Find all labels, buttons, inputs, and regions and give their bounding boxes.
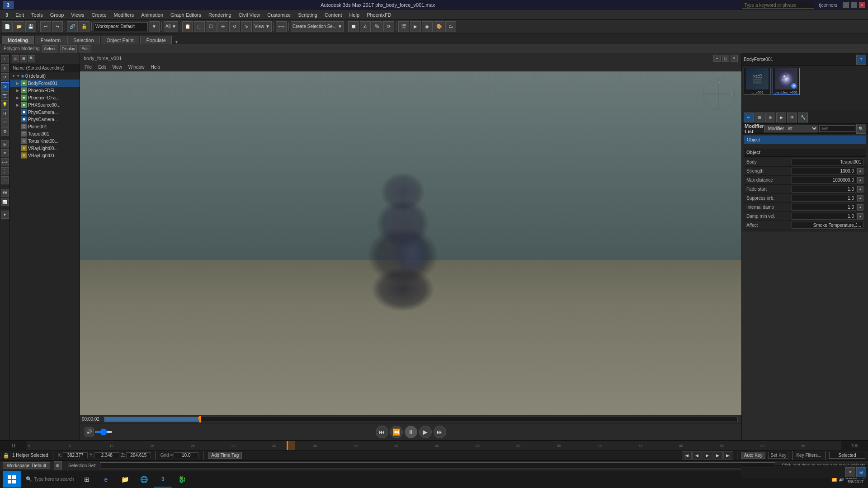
taskbar-folder[interactable]: 📁	[116, 471, 134, 488]
prop-spin-up5[interactable]: ▲	[857, 204, 863, 211]
render-explorer-btn[interactable]: 🗂	[445, 21, 456, 32]
expand-btn[interactable]: ▼	[1, 211, 9, 219]
play-ctrl-end[interactable]: ▶|	[723, 451, 733, 460]
move-tool[interactable]: ✛	[1, 64, 9, 72]
play-ctrl-play[interactable]: ▶	[703, 451, 712, 460]
redo-btn[interactable]: ↪	[52, 21, 63, 32]
volume-btn[interactable]: 🔊	[85, 427, 94, 436]
tree-item-phoenixfa[interactable]: ▶ ● PhoenixFDFa...	[10, 94, 80, 101]
close-button[interactable]: ×	[859, 2, 865, 8]
select-scale-btn[interactable]: ⇲	[241, 21, 252, 32]
maximize-button[interactable]: □	[851, 2, 857, 8]
add-time-tag-btn[interactable]: Add Time Tag	[208, 452, 242, 459]
sub-mode-btn1[interactable]: Select	[42, 45, 57, 52]
taskbar-edge[interactable]: e	[97, 471, 115, 488]
create-sel-set-btn[interactable]: Create Selection Se... ▼	[291, 21, 344, 32]
schematic-view-btn[interactable]: 🗺	[1, 189, 9, 197]
menu-item-civil-view[interactable]: Civil View	[235, 11, 264, 19]
prop-value-dampminvel[interactable]: 1.0	[792, 213, 856, 220]
volume-slider[interactable]	[94, 431, 113, 433]
workspace-btn[interactable]: Workspace: Default	[3, 462, 50, 469]
prop-value-body[interactable]: Teapot001	[792, 159, 863, 165]
playback-end-btn[interactable]: ⏭	[434, 426, 446, 438]
vp-maximize-btn[interactable]: □	[722, 55, 729, 62]
tree-item-physcam2[interactable]: ■ PhysCamera...	[10, 116, 80, 123]
prop-value-internaldamp[interactable]: 1.0	[792, 204, 856, 211]
menu-item-views[interactable]: Views	[67, 11, 88, 19]
unlink-btn[interactable]: 🔓	[79, 21, 90, 32]
material-thumb-1[interactable]: 🎬 ..._v001	[744, 68, 771, 95]
search-box[interactable]	[742, 2, 814, 9]
tab-freeform[interactable]: Freeform	[35, 36, 67, 44]
mirror-tool[interactable]: ⟺	[1, 158, 9, 166]
menu-item-scripting[interactable]: Scripting	[294, 11, 321, 19]
icon-view-btn[interactable]: ⊞	[856, 467, 866, 477]
modifier-dropdown[interactable]: Modifier List	[764, 125, 818, 132]
open-btn[interactable]: 📂	[14, 21, 24, 32]
new-btn[interactable]: 📄	[2, 21, 13, 32]
scale-tool[interactable]: ⇲	[1, 82, 9, 90]
taskbar-search[interactable]: 🔍 Type here to search	[23, 471, 77, 488]
menu-item-phoenixfd[interactable]: PhoenixFD	[363, 11, 395, 19]
menu-item-graph-editors[interactable]: Graph Editors	[167, 11, 205, 19]
playback-play-btn[interactable]: ▶	[419, 426, 432, 438]
progress-bar[interactable]	[104, 417, 738, 422]
menu-item-edit[interactable]: Edit	[12, 11, 28, 19]
prop-value-strength[interactable]: 1000.0	[792, 168, 856, 174]
create-tool[interactable]: +	[1, 55, 9, 63]
modifier-search[interactable]	[819, 125, 855, 132]
set-key-btn[interactable]: Set Key	[768, 452, 788, 459]
taskbar-chrome[interactable]: 🌐	[135, 471, 153, 488]
taskbar-search-text[interactable]: Type here to search	[34, 477, 74, 482]
snap-toggle-btn[interactable]: 🔲	[348, 21, 359, 32]
vp-help-menu[interactable]: Help	[148, 64, 163, 70]
prop-spin-up2[interactable]: ▲	[857, 177, 863, 183]
playback-start-btn[interactable]: ⏮	[376, 426, 388, 438]
tree-item-vraylight1[interactable]: ☀ VRayLight00...	[10, 145, 80, 152]
menu-item-help[interactable]: Help	[346, 11, 363, 19]
menu-item-customize[interactable]: Customize	[264, 11, 294, 19]
taskbar-3dsmax[interactable]: 3	[154, 471, 172, 488]
undo-btn[interactable]: ↩	[40, 21, 51, 32]
helper-tool[interactable]: H	[1, 109, 9, 117]
render-setup-btn[interactable]: 🎬	[398, 21, 409, 32]
tree-item-torus[interactable]: ○ Torus Knot00...	[10, 137, 80, 145]
prop-value-suppress[interactable]: 1.0	[792, 195, 856, 202]
align-btn[interactable]: ≡	[1, 149, 9, 157]
tree-item-vraylight2[interactable]: ☀ VRayLight00...	[10, 152, 80, 159]
taskbar-misc1[interactable]: 🐉	[173, 471, 191, 488]
playback-pause-btn[interactable]: ⏸	[405, 426, 417, 438]
timeline-ruler[interactable]: 0 5 10 15 20 25 30 35 40 45 50 55 60 65 …	[27, 441, 841, 450]
material-editor-btn[interactable]: 🎨	[434, 21, 444, 32]
utilities-btn[interactable]: 🔧	[798, 113, 808, 122]
menu-item-rendering[interactable]: Rendering	[205, 11, 235, 19]
tab-populate[interactable]: Populate	[140, 36, 171, 44]
modifier-search-btn[interactable]: 🔍	[856, 124, 866, 134]
quad-menu-btn[interactable]: ⊞	[1, 140, 9, 148]
vp-window-menu[interactable]: Window	[126, 64, 147, 70]
navigation-gizmo[interactable]: Y X	[701, 76, 737, 112]
modify-btn[interactable]: ⊞	[755, 113, 764, 122]
tree-root[interactable]: ▼ ▼ ◉ 0 (default)	[10, 72, 80, 80]
tree-item-bodyforce[interactable]: ▶ ● BodyForce001	[10, 80, 80, 87]
select-move-btn[interactable]: ✛	[217, 21, 228, 32]
modifier-object[interactable]: Object	[744, 136, 866, 144]
view-btn[interactable]: View ▼	[253, 21, 272, 32]
play-ctrl-next[interactable]: ▶	[713, 451, 723, 460]
rt-help-btn[interactable]: ?	[856, 55, 866, 65]
menu-item-animation[interactable]: Animation	[137, 11, 167, 19]
render-btn[interactable]: ▶	[410, 21, 421, 32]
link-btn[interactable]: 🔗	[67, 21, 78, 32]
window-cross-btn[interactable]: ☐	[206, 21, 217, 32]
angle-snap-btn[interactable]: ∠	[360, 21, 371, 32]
selection-set-input[interactable]	[100, 462, 775, 469]
scene-filter-btn3[interactable]: 🔍	[28, 55, 35, 62]
material-thumb-2[interactable]: ★ particles_v001	[773, 68, 800, 95]
vp-edit-menu[interactable]: Edit	[95, 64, 108, 70]
prop-spin-up4[interactable]: ▲	[857, 195, 863, 202]
sub-mode-btn2[interactable]: Display	[60, 45, 77, 52]
minimize-button[interactable]: −	[843, 2, 849, 8]
system-tool[interactable]: ⚙	[1, 127, 9, 136]
tree-item-plane[interactable]: □ Plane001	[10, 123, 80, 130]
workspace-dropdown[interactable]: ▼	[149, 21, 160, 32]
